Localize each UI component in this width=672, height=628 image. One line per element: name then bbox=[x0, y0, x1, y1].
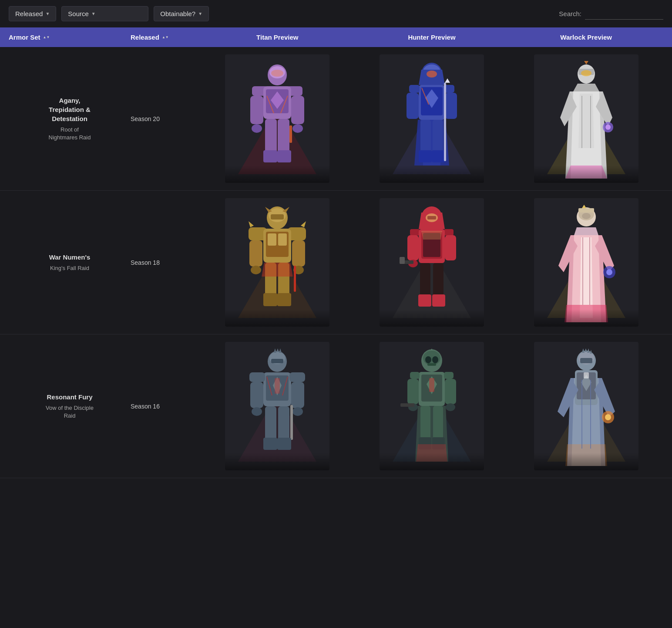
svg-rect-8 bbox=[291, 96, 304, 124]
svg-point-69 bbox=[251, 266, 261, 274]
svg-point-126 bbox=[252, 407, 262, 416]
svg-marker-95 bbox=[421, 231, 442, 240]
header-warlock: Warlock Preview bbox=[509, 34, 663, 41]
armor-info-agany: Agany,Trepidation &Detestation Root ofNi… bbox=[9, 91, 131, 146]
svg-rect-66 bbox=[278, 233, 287, 246]
season-label-resonant-fury: Season 16 bbox=[131, 403, 200, 410]
svg-rect-139 bbox=[427, 363, 436, 366]
released-sort[interactable]: ▲▼ bbox=[162, 35, 169, 39]
armor-name: Agany,Trepidation &Detestation bbox=[9, 96, 131, 123]
svg-rect-14 bbox=[263, 150, 277, 162]
svg-rect-35 bbox=[432, 150, 445, 162]
svg-rect-123 bbox=[289, 372, 305, 382]
svg-rect-15 bbox=[277, 150, 291, 162]
svg-rect-13 bbox=[278, 119, 289, 154]
svg-marker-37 bbox=[445, 78, 450, 83]
svg-rect-125 bbox=[291, 382, 304, 408]
obtainable-chevron-icon: ▼ bbox=[198, 11, 202, 16]
obtainable-label: Obtainable? bbox=[160, 10, 195, 17]
warlock-agany-figure bbox=[551, 61, 621, 179]
svg-rect-129 bbox=[265, 406, 276, 441]
released-label: Released bbox=[15, 10, 43, 17]
hunter-preview-resonant-fury bbox=[355, 341, 509, 471]
hunter-preview-agany bbox=[355, 54, 509, 183]
svg-marker-161 bbox=[585, 348, 587, 352]
svg-rect-151 bbox=[400, 403, 414, 407]
header-titan: Titan Preview bbox=[200, 34, 355, 41]
svg-rect-65 bbox=[268, 233, 276, 246]
warlock-fury-figure bbox=[551, 348, 621, 466]
warlock-preview-image-war-numen bbox=[534, 198, 638, 327]
hunter-fury-figure bbox=[397, 348, 467, 466]
hunter-preview-war-numen bbox=[355, 198, 509, 327]
warlock-preview-war-numen bbox=[509, 198, 663, 327]
svg-rect-33 bbox=[433, 120, 443, 152]
svg-rect-75 bbox=[277, 293, 291, 306]
svg-marker-114 bbox=[274, 348, 276, 353]
svg-rect-74 bbox=[263, 293, 277, 306]
svg-rect-12 bbox=[265, 119, 277, 154]
search-area: Search: bbox=[559, 8, 663, 20]
table-row: Agany,Trepidation &Detestation Root ofNi… bbox=[0, 47, 672, 191]
svg-rect-153 bbox=[420, 406, 430, 441]
filter-bar: Released ▼ Source ▼ Obtainable? ▼ Search… bbox=[0, 0, 672, 27]
svg-rect-145 bbox=[410, 372, 420, 379]
svg-rect-146 bbox=[444, 372, 454, 379]
hunter-preview-image-agany bbox=[380, 54, 484, 183]
svg-point-127 bbox=[292, 407, 303, 416]
svg-rect-34 bbox=[419, 150, 432, 162]
svg-marker-42 bbox=[573, 84, 599, 91]
season-label-war-numen: Season 18 bbox=[131, 259, 200, 266]
svg-point-150 bbox=[446, 403, 455, 411]
header-released: Released ▲▼ bbox=[131, 34, 200, 41]
svg-rect-90 bbox=[400, 257, 405, 264]
warlock-preview-image-resonant-fury bbox=[534, 342, 638, 470]
svg-rect-121 bbox=[275, 378, 280, 394]
svg-rect-130 bbox=[278, 406, 289, 441]
source-chevron-icon: ▼ bbox=[91, 11, 96, 16]
obtainable-dropdown[interactable]: Obtainable? ▼ bbox=[154, 6, 209, 21]
svg-marker-99 bbox=[582, 205, 586, 208]
svg-rect-117 bbox=[271, 359, 283, 363]
svg-rect-94 bbox=[432, 294, 445, 307]
armor-source: Vow of the DiscipleRaid bbox=[9, 404, 131, 420]
svg-point-9 bbox=[252, 124, 262, 133]
svg-rect-92 bbox=[433, 263, 444, 298]
released-dropdown[interactable]: Released ▼ bbox=[9, 6, 56, 21]
svg-point-10 bbox=[292, 124, 303, 133]
search-input[interactable] bbox=[585, 8, 663, 20]
svg-point-22 bbox=[427, 71, 437, 78]
svg-rect-91 bbox=[420, 263, 430, 298]
svg-rect-28 bbox=[407, 93, 419, 119]
titan-war-figure bbox=[242, 205, 312, 322]
svg-rect-132 bbox=[277, 438, 291, 450]
hunter-preview-image-resonant-fury bbox=[380, 342, 484, 470]
svg-rect-26 bbox=[409, 85, 420, 93]
svg-rect-98 bbox=[578, 208, 594, 213]
armor-source: Root ofNightmares Raid bbox=[9, 126, 131, 142]
svg-rect-36 bbox=[444, 83, 446, 161]
table-header: Armor Set ▲▼ Released ▲▼ Titan Preview H… bbox=[0, 27, 672, 47]
svg-rect-86 bbox=[407, 235, 419, 260]
titan-preview-war-numen bbox=[200, 198, 355, 327]
titan-fury-figure bbox=[242, 348, 312, 466]
svg-rect-177 bbox=[584, 372, 589, 378]
svg-rect-164 bbox=[580, 358, 592, 363]
warlock-preview-image-agany bbox=[534, 54, 638, 183]
svg-rect-81 bbox=[410, 229, 420, 236]
hunter-agany-figure bbox=[397, 61, 467, 179]
armor-set-sort[interactable]: ▲▼ bbox=[43, 35, 50, 39]
svg-point-108 bbox=[606, 269, 612, 275]
svg-rect-68 bbox=[292, 240, 305, 267]
released-chevron-icon: ▼ bbox=[45, 11, 50, 16]
svg-marker-103 bbox=[574, 227, 598, 235]
armor-info-war-numen: War Numen's King's Fall Raid bbox=[9, 248, 131, 277]
svg-point-41 bbox=[581, 70, 591, 76]
svg-point-18 bbox=[271, 70, 283, 77]
titan-preview-agany bbox=[200, 54, 355, 183]
search-label: Search: bbox=[559, 10, 581, 17]
source-dropdown[interactable]: Source ▼ bbox=[61, 6, 148, 21]
svg-marker-61 bbox=[249, 221, 254, 227]
svg-rect-87 bbox=[445, 235, 456, 260]
svg-rect-131 bbox=[263, 438, 277, 450]
